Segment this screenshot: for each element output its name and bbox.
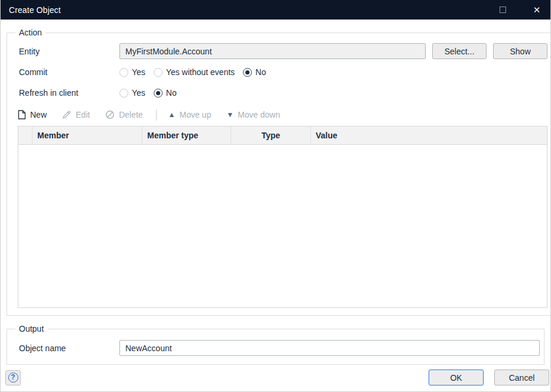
radio-icon (243, 68, 252, 77)
move-up-triangle-icon: ▲ (168, 111, 176, 118)
commit-option-yes[interactable]: Yes (119, 67, 145, 77)
toolbar-separator (156, 109, 157, 121)
radio-icon (119, 89, 128, 98)
commit-option-yes-without-events[interactable]: Yes without events (154, 67, 235, 77)
refresh-option-yes[interactable]: Yes (119, 88, 145, 98)
window-controls: ✕ (489, 0, 550, 20)
radio-label: Yes (132, 67, 145, 77)
commit-row: Commit Yes Yes without events No (12, 67, 547, 77)
delete-label: Delete (119, 110, 142, 119)
new-member-button[interactable]: New (18, 110, 47, 119)
maximize-icon (500, 7, 506, 13)
member-table-body[interactable] (18, 145, 547, 307)
move-down-label: Move down (238, 110, 280, 119)
object-name-input[interactable] (119, 340, 540, 356)
object-name-row: Object name (12, 340, 540, 356)
refresh-row: Refresh in client Yes No (12, 88, 547, 98)
show-entity-button[interactable]: Show (493, 43, 547, 59)
cancel-button[interactable]: Cancel (494, 370, 549, 385)
radio-label: Yes without events (166, 67, 235, 77)
close-icon: ✕ (533, 5, 541, 14)
entity-label: Entity (12, 47, 119, 56)
output-group: Output Object name (7, 324, 544, 365)
edit-member-button[interactable]: Edit (62, 110, 90, 119)
refresh-label: Refresh in client (12, 88, 119, 98)
entity-row: Entity Select... Show (12, 43, 547, 59)
new-document-icon (18, 110, 26, 119)
commit-label: Commit (12, 67, 119, 77)
delete-slash-circle-icon (105, 110, 115, 119)
select-entity-button[interactable]: Select... (432, 43, 487, 59)
titlebar-gap (516, 0, 523, 20)
ok-button[interactable]: OK (429, 370, 484, 385)
move-down-button[interactable]: ▼ Move down (226, 110, 280, 119)
radio-icon (154, 68, 163, 77)
move-down-triangle-icon: ▼ (226, 111, 234, 118)
entity-input[interactable] (119, 43, 426, 59)
member-table-header: Member Member type Type Value (18, 127, 547, 145)
titlebar: Create Object ✕ (1, 0, 550, 20)
footer: ? OK Cancel (1, 368, 550, 391)
member-table: Member Member type Type Value (18, 126, 547, 308)
radio-icon (154, 89, 163, 98)
output-group-legend: Output (15, 324, 47, 333)
move-up-label: Move up (180, 110, 212, 119)
commit-radio-group: Yes Yes without events No (119, 67, 266, 77)
action-group-legend: Action (15, 28, 46, 37)
dialog-title: Create Object (9, 5, 61, 15)
column-header-value[interactable]: Value (311, 127, 547, 144)
create-object-dialog: Create Object ✕ Action Entity Select... … (0, 0, 551, 392)
edit-pencil-icon (62, 110, 72, 119)
refresh-option-no[interactable]: No (154, 88, 177, 98)
object-name-label: Object name (12, 344, 119, 353)
member-toolbar: New Edit Delete (18, 108, 547, 121)
new-label: New (30, 110, 47, 119)
maximize-button[interactable] (489, 0, 516, 20)
radio-label: No (166, 88, 177, 98)
edit-label: Edit (76, 110, 90, 119)
close-button[interactable]: ✕ (523, 0, 550, 20)
commit-option-no[interactable]: No (243, 67, 266, 77)
radio-label: No (255, 67, 266, 77)
column-header-member[interactable]: Member (33, 127, 142, 144)
action-group: Action Entity Select... Show Commit Yes … (7, 28, 551, 316)
radio-label: Yes (132, 88, 145, 98)
column-header-spacer[interactable] (18, 127, 33, 144)
column-header-member-type[interactable]: Member type (142, 127, 231, 144)
delete-member-button[interactable]: Delete (105, 110, 142, 119)
radio-icon (119, 68, 128, 77)
column-header-type[interactable]: Type (231, 127, 311, 144)
help-button[interactable]: ? (5, 370, 21, 385)
move-up-button[interactable]: ▲ Move up (168, 110, 212, 119)
help-question-icon: ? (8, 372, 18, 383)
refresh-radio-group: Yes No (119, 88, 177, 98)
